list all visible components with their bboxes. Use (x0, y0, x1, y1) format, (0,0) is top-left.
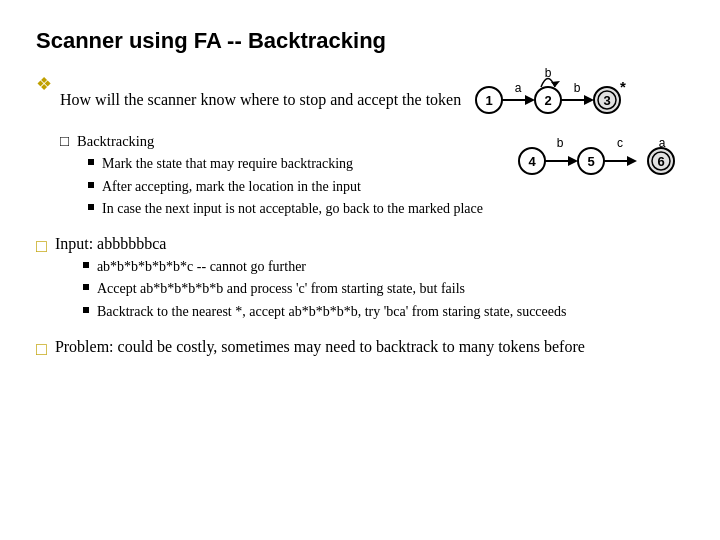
backtracking-left: □ Backtracking Mark the state that may r… (60, 133, 504, 225)
backtracking-label: Backtracking (77, 133, 154, 150)
fa-diagram-1: 1 a 2 b 3 (471, 72, 626, 127)
svg-marker-25 (627, 156, 637, 166)
svg-text:6: 6 (657, 154, 664, 169)
main-bullet-3-text: Problem: could be costly, sometimes may … (55, 338, 585, 355)
sub-bullet-1-1: Mark the state that may require backtrac… (88, 154, 504, 174)
sq-bullet-icon (88, 182, 94, 188)
sq-bullet-icon (83, 262, 89, 268)
main-bullet-2-content: Input: abbbbbbca ab*b*b*b*b*b*c -- canno… (55, 235, 684, 328)
fa-svg-1: 1 a 2 b 3 (471, 72, 626, 127)
svg-marker-14 (551, 81, 560, 87)
diamond-icon-2: □ (36, 236, 47, 257)
sq-bullet-icon (88, 204, 94, 210)
fa-svg-2: 4 b 5 c a (514, 133, 684, 183)
main-bullet-1: ❖ How will the scanner know where to sto… (36, 72, 684, 225)
svg-text:2: 2 (545, 93, 552, 108)
sub-bullet-2-2: Accept ab*b*b*b*b*b and process 'c' from… (83, 279, 684, 299)
svg-text:*: * (620, 78, 626, 95)
svg-text:b: b (557, 136, 564, 150)
sub-bullets-2: ab*b*b*b*b*b*c -- cannot go further Acce… (83, 257, 684, 322)
backtracking-row: □ Backtracking (60, 133, 504, 150)
sub-bullet-1-1-text: Mark the state that may require backtrac… (102, 154, 504, 174)
diamond-icon-3: □ (36, 339, 47, 360)
sub-bullet-1-2-text: After accepting, mark the location in th… (102, 177, 504, 197)
svg-text:1: 1 (486, 93, 493, 108)
diamond-icon-1: ❖ (36, 73, 52, 95)
svg-marker-20 (568, 156, 578, 166)
sub-bullet-2-3: Backtrack to the nearest *, accept ab*b*… (83, 302, 684, 322)
sub-bullet-2-1: ab*b*b*b*b*b*c -- cannot go further (83, 257, 684, 277)
main-bullet-1-row: How will the scanner know where to stop … (60, 72, 684, 127)
sub-bullet-1-2: After accepting, mark the location in th… (88, 177, 504, 197)
fa-diagram-2: 4 b 5 c a (514, 133, 684, 187)
svg-text:3: 3 (604, 93, 611, 108)
sq-bullet-icon (83, 307, 89, 313)
slide-title: Scanner using FA -- Backtracking (36, 28, 684, 54)
main-bullet-3: □ Problem: could be costly, sometimes ma… (36, 338, 684, 360)
svg-text:a: a (515, 81, 522, 95)
svg-text:b: b (574, 81, 581, 95)
slide: Scanner using FA -- Backtracking ❖ How w… (0, 0, 720, 540)
svg-text:c: c (617, 136, 623, 150)
sub-bullets-1: Mark the state that may require backtrac… (88, 154, 504, 219)
sub-bullet-2-2-text: Accept ab*b*b*b*b*b and process 'c' from… (97, 279, 684, 299)
svg-marker-8 (584, 95, 594, 105)
svg-marker-3 (525, 95, 535, 105)
sq-bullet-icon (83, 284, 89, 290)
main-bullet-1-text: How will the scanner know where to stop … (60, 91, 461, 109)
main-bullet-1-content: How will the scanner know where to stop … (60, 72, 684, 225)
main-bullet-2-text: Input: abbbbbbca (55, 235, 167, 252)
main-bullet-3-content: Problem: could be costly, sometimes may … (55, 338, 684, 356)
sq-bullet-icon (88, 159, 94, 165)
square-icon-backtracking: □ (60, 133, 69, 150)
sub-bullet-2-3-text: Backtrack to the nearest *, accept ab*b*… (97, 302, 684, 322)
svg-text:4: 4 (528, 154, 536, 169)
backtracking-section: □ Backtracking Mark the state that may r… (60, 133, 684, 225)
sub-bullet-2-1-text: ab*b*b*b*b*b*c -- cannot go further (97, 257, 684, 277)
svg-text:5: 5 (587, 154, 594, 169)
main-bullet-2: □ Input: abbbbbbca ab*b*b*b*b*b*c -- can… (36, 235, 684, 328)
svg-text:b: b (545, 66, 552, 80)
sub-bullet-1-3: In case the next input is not acceptable… (88, 199, 504, 219)
sub-bullet-1-3-text: In case the next input is not acceptable… (102, 199, 504, 219)
